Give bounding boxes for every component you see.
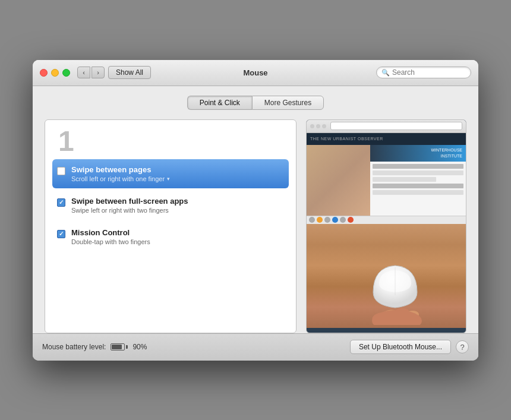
gesture-item-swipe-fullscreen[interactable]: Swipe between full-screen apps Swipe lef… <box>52 191 289 220</box>
swipe-pages-text: Swipe between pages Scroll left or right… <box>71 165 284 182</box>
mission-control-title: Mission Control <box>71 228 284 237</box>
site-nav <box>307 216 466 224</box>
content-right <box>370 162 466 216</box>
content-block-5 <box>373 190 463 195</box>
browser-content: THE NEW URBANIST OBSERVER WINTERHOUSEINS… <box>307 133 466 224</box>
swipe-fullscreen-subtitle: Swipe left or right with two fingers <box>71 207 284 214</box>
content-left <box>307 145 370 216</box>
battery-icon <box>111 343 128 350</box>
site-header: THE NEW URBANIST OBSERVER <box>307 133 466 145</box>
battery-label: Mouse battery level: <box>42 343 106 351</box>
nav-icon-2 <box>317 217 323 223</box>
site-banner: WINTERHOUSEINSTITUTE <box>370 145 466 162</box>
content-area: Point & Click More Gestures 1 Swipe betw… <box>33 86 478 333</box>
browser-chrome <box>307 120 466 133</box>
gesture-item-mission-control[interactable]: Mission Control Double-tap with two fing… <box>52 222 289 251</box>
battery-percent: 90% <box>133 343 147 351</box>
mission-control-checkbox[interactable] <box>57 230 65 238</box>
content-block-3 <box>373 177 436 182</box>
minimize-button[interactable] <box>51 69 59 77</box>
options-panel: 1 Swipe between pages Scroll left or rig… <box>45 119 296 333</box>
checkbox-mission-control[interactable] <box>57 230 65 238</box>
checkbox-swipe-fullscreen[interactable] <box>57 198 65 207</box>
swipe-pages-title: Swipe between pages <box>71 165 284 174</box>
tab-more-gestures[interactable]: More Gestures <box>252 96 324 110</box>
nav-icon-1 <box>309 217 315 223</box>
content-image <box>307 145 370 216</box>
browser-dot-2 <box>316 124 320 128</box>
search-box: 🔍 <box>376 67 471 78</box>
content-block-2 <box>373 170 463 175</box>
window-title: Mouse <box>243 68 267 77</box>
forward-button[interactable]: › <box>92 67 105 78</box>
mission-control-subtitle: Double-tap with two fingers <box>71 238 284 245</box>
swipe-pages-subtitle: Scroll left or right with one finger ▾ <box>71 175 284 182</box>
main-panel: 1 Swipe between pages Scroll left or rig… <box>45 119 466 333</box>
content-block-4 <box>373 184 463 188</box>
battery-body <box>111 343 125 350</box>
checkbox-swipe-pages[interactable] <box>57 167 65 175</box>
status-bar: Mouse battery level: 90% Set Up Bluetoot… <box>33 333 478 361</box>
browser-dot-1 <box>310 124 314 128</box>
nav-icon-4 <box>332 217 338 223</box>
dropdown-arrow-icon[interactable]: ▾ <box>167 176 170 182</box>
close-button[interactable] <box>40 69 48 77</box>
swipe-fullscreen-checkbox[interactable] <box>57 198 65 207</box>
help-button[interactable]: ? <box>456 340 469 353</box>
tabs-bar: Point & Click More Gestures <box>45 96 466 110</box>
preview-panel: THE NEW URBANIST OBSERVER WINTERHOUSEINS… <box>306 119 466 333</box>
banner-text: WINTERHOUSEINSTITUTE <box>431 147 463 158</box>
mission-control-text: Mission Control Double-tap with two fing… <box>71 228 284 245</box>
back-button[interactable]: ‹ <box>77 67 90 78</box>
battery-info: Mouse battery level: 90% <box>42 343 147 351</box>
setup-bluetooth-button[interactable]: Set Up Bluetooth Mouse... <box>350 340 451 354</box>
status-buttons: Set Up Bluetooth Mouse... ? <box>350 340 469 354</box>
nav-icon-5 <box>340 217 346 223</box>
preview-mouse <box>307 224 466 328</box>
main-window: ‹ › Show All Mouse 🔍 Point & Click More … <box>33 60 478 361</box>
content-block-1 <box>373 164 463 169</box>
battery-fill <box>112 345 122 349</box>
site-header-text: THE NEW URBANIST OBSERVER <box>310 137 383 141</box>
preview-screen: THE NEW URBANIST OBSERVER WINTERHOUSEINS… <box>307 120 466 224</box>
browser-address-bar <box>330 122 462 130</box>
nav-icon-3 <box>324 217 330 223</box>
step-number: 1 <box>58 127 289 156</box>
nav-buttons: ‹ › <box>77 67 105 78</box>
tab-point-click[interactable]: Point & Click <box>187 96 252 110</box>
battery-tip <box>126 345 128 349</box>
magic-mouse-illustration <box>327 227 446 325</box>
swipe-fullscreen-text: Swipe between full-screen apps Swipe lef… <box>71 197 284 214</box>
show-all-button[interactable]: Show All <box>108 66 151 79</box>
search-input[interactable] <box>392 68 466 77</box>
maximize-button[interactable] <box>62 69 70 77</box>
swipe-fullscreen-title: Swipe between full-screen apps <box>71 197 284 206</box>
titlebar: ‹ › Show All Mouse 🔍 <box>33 60 478 86</box>
gesture-item-swipe-pages[interactable]: Swipe between pages Scroll left or right… <box>52 159 289 188</box>
browser-mockup: THE NEW URBANIST OBSERVER WINTERHOUSEINS… <box>307 120 466 224</box>
traffic-lights <box>40 69 70 77</box>
search-icon: 🔍 <box>381 69 390 77</box>
nav-icon-6 <box>348 217 354 223</box>
swipe-pages-checkbox[interactable] <box>57 167 65 175</box>
browser-dot-3 <box>322 124 326 128</box>
